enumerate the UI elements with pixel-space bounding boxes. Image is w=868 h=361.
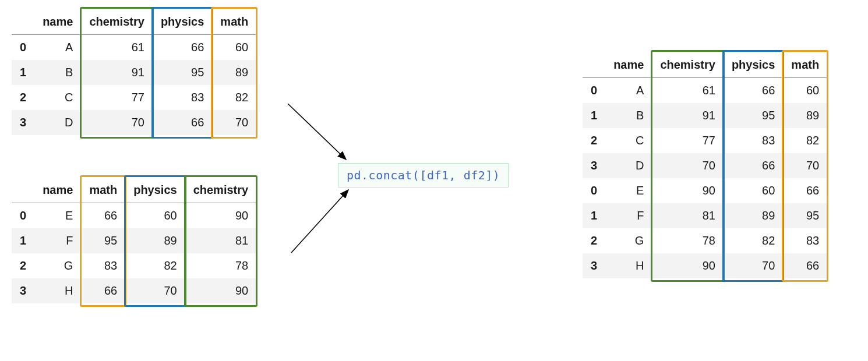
df2-index: 2 xyxy=(12,253,34,278)
df3-cell: F xyxy=(605,203,652,228)
df3-cell: 82 xyxy=(724,228,783,253)
table-row: 1B919589 xyxy=(583,103,827,128)
df1-index: 2 xyxy=(12,85,34,110)
table-row: 1F958981 xyxy=(12,228,256,253)
df1-index: 1 xyxy=(12,60,34,85)
df3-cell: 89 xyxy=(783,103,827,128)
df3-cell: 70 xyxy=(783,153,827,178)
df1-cell: A xyxy=(34,35,81,61)
df2-cell: 82 xyxy=(125,253,185,278)
table-row: 1F818995 xyxy=(583,203,827,228)
df1-cell: 66 xyxy=(153,35,212,61)
df1-cell: D xyxy=(34,110,81,135)
table-row: 3D706670 xyxy=(583,153,827,178)
diagram-stage: namechemistryphysicsmath0A6166601B919589… xyxy=(0,0,868,361)
df3-index: 2 xyxy=(583,128,605,153)
df3-cell: 82 xyxy=(783,128,827,153)
df3-index: 3 xyxy=(583,153,605,178)
df1-cell: 82 xyxy=(212,85,256,110)
df2-table: namemathphysicschemistry0E6660901F958981… xyxy=(12,178,256,303)
df2-cell: 90 xyxy=(185,203,257,229)
df2-cell: 89 xyxy=(125,228,185,253)
df3-cell: 95 xyxy=(724,103,783,128)
df1-col-math: math xyxy=(212,9,256,35)
df3-cell: B xyxy=(605,103,652,128)
index-corner xyxy=(12,9,34,35)
df2-cell: 81 xyxy=(185,228,257,253)
df3-col-name: name xyxy=(605,52,652,78)
df2-index: 3 xyxy=(12,278,34,303)
df1-cell: 89 xyxy=(212,60,256,85)
table-row: 3H667090 xyxy=(12,278,256,303)
df1-cell: 83 xyxy=(153,85,212,110)
df3-index: 0 xyxy=(583,178,605,203)
df3-cell: 61 xyxy=(652,78,724,104)
df2-cell: 78 xyxy=(185,253,257,278)
df3-cell: 78 xyxy=(652,228,724,253)
df3-cell: D xyxy=(605,153,652,178)
df1-cell: 70 xyxy=(212,110,256,135)
df2-cell: F xyxy=(34,228,81,253)
df3-cell: 66 xyxy=(724,78,783,104)
result-table: namechemistryphysicsmath0A6166601B919589… xyxy=(583,52,827,278)
df2-cell: 90 xyxy=(185,278,257,303)
table-row: 0A616660 xyxy=(12,35,256,61)
index-corner xyxy=(583,52,605,78)
df3-index: 0 xyxy=(583,78,605,104)
df1-cell: B xyxy=(34,60,81,85)
df1-col-chemistry: chemistry xyxy=(81,9,153,35)
df2-index: 0 xyxy=(12,203,34,229)
df3-cell: 91 xyxy=(652,103,724,128)
result-container: namechemistryphysicsmath0A6166601B919589… xyxy=(583,52,827,278)
df2-index: 1 xyxy=(12,228,34,253)
df2-col-math: math xyxy=(81,178,125,203)
df2-cell: 66 xyxy=(81,278,125,303)
df3-cell: 81 xyxy=(652,203,724,228)
df2-container: namemathphysicschemistry0E6660901F958981… xyxy=(12,178,256,303)
df1-cell: 77 xyxy=(81,85,153,110)
df1-index: 3 xyxy=(12,110,34,135)
df2-cell: G xyxy=(34,253,81,278)
df2-cell: 70 xyxy=(125,278,185,303)
df3-cell: 70 xyxy=(652,153,724,178)
index-corner xyxy=(12,178,34,203)
table-row: 1B919589 xyxy=(12,60,256,85)
df3-cell: 83 xyxy=(724,128,783,153)
table-row: 2C778382 xyxy=(583,128,827,153)
df3-cell: 60 xyxy=(724,178,783,203)
df1-container: namechemistryphysicsmath0A6166601B919589… xyxy=(12,9,256,135)
df3-index: 3 xyxy=(583,253,605,278)
table-row: 2C778382 xyxy=(12,85,256,110)
arrow-df2-to-code xyxy=(291,190,348,253)
df2-cell: 83 xyxy=(81,253,125,278)
df3-cell: 89 xyxy=(724,203,783,228)
table-row: 0A616660 xyxy=(583,78,827,104)
df1-index: 0 xyxy=(12,35,34,61)
df1-col-name: name xyxy=(34,9,81,35)
df3-cell: 90 xyxy=(652,178,724,203)
df1-cell: 60 xyxy=(212,35,256,61)
df1-cell: 70 xyxy=(81,110,153,135)
df2-cell: E xyxy=(34,203,81,229)
arrow-df1-to-code xyxy=(288,104,346,160)
table-row: 3D706670 xyxy=(12,110,256,135)
df1-col-physics: physics xyxy=(153,9,212,35)
df3-cell: G xyxy=(605,228,652,253)
df2-col-physics: physics xyxy=(125,178,185,203)
df3-index: 2 xyxy=(583,228,605,253)
df3-index: 1 xyxy=(583,103,605,128)
df1-cell: 95 xyxy=(153,60,212,85)
df3-col-physics: physics xyxy=(724,52,783,78)
df3-cell: 66 xyxy=(783,253,827,278)
code-snippet: pd.concat([df1, df2]) xyxy=(338,163,509,187)
table-row: 2G838278 xyxy=(12,253,256,278)
df2-col-chemistry: chemistry xyxy=(185,178,257,203)
df3-index: 1 xyxy=(583,203,605,228)
df2-cell: H xyxy=(34,278,81,303)
df3-cell: 60 xyxy=(783,78,827,104)
df3-cell: E xyxy=(605,178,652,203)
df1-cell: 61 xyxy=(81,35,153,61)
df3-cell: 66 xyxy=(724,153,783,178)
df3-cell: 83 xyxy=(783,228,827,253)
df1-cell: 91 xyxy=(81,60,153,85)
